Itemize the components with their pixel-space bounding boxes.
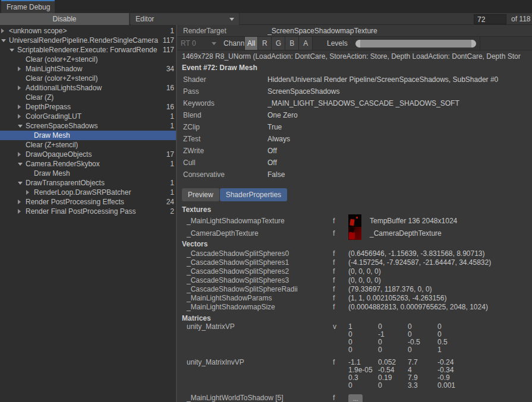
tree-item-label: DepthPrepass xyxy=(26,103,164,111)
levels-min-handle[interactable] xyxy=(355,40,360,48)
matrix-cell: 7.7 xyxy=(408,359,437,366)
texture-preview-cell: TempBuffer 136 2048x1024 xyxy=(348,214,532,227)
channels-row: RT 0 Channels AllRGBA Levels xyxy=(177,36,532,50)
tree-row[interactable]: Draw Mesh xyxy=(0,169,176,178)
chevron-down-icon xyxy=(212,42,216,45)
tree-row[interactable]: RenderLoop.DrawSRPBatcher1 xyxy=(0,188,176,197)
vectors-section-title: Vectors xyxy=(177,239,532,249)
channel-button-r[interactable]: R xyxy=(258,37,272,50)
matrix-cell: 0.5 xyxy=(437,338,473,346)
chevron-right-icon[interactable] xyxy=(18,67,26,71)
frame-number-input[interactable]: 72 xyxy=(474,14,506,24)
tree-item-label: Render PostProcessing Effects xyxy=(26,198,164,206)
chevron-right-icon[interactable] xyxy=(18,105,26,109)
rt-index-dropdown[interactable]: RT 0 xyxy=(181,38,220,49)
tree-row[interactable]: Draw Mesh xyxy=(0,131,176,140)
chevron-down-icon[interactable] xyxy=(18,125,26,128)
vector-row: _CascadeShadowSplitSpheres0f(0.6456946, … xyxy=(177,249,532,258)
chevron-right-icon[interactable] xyxy=(18,152,26,157)
chevron-right-icon[interactable] xyxy=(1,29,9,33)
tree-row[interactable]: Render PostProcessing Effects24 xyxy=(0,197,176,207)
chevron-down-icon xyxy=(229,18,234,21)
property-label: Cull xyxy=(183,159,267,167)
tree-item-label: ScriptableRenderer.Execute: ForwardRende xyxy=(17,46,160,54)
tree-item-label: UniversalRenderPipeline.RenderSingleCame… xyxy=(9,36,160,45)
matrix-cell: 3.3 xyxy=(408,382,437,390)
tree-item-label: Clear (Z) xyxy=(26,93,172,102)
tree-row[interactable]: DrawOpaqueObjects17 xyxy=(0,150,176,159)
target-selector-value: Editor xyxy=(136,15,154,23)
property-value: Off xyxy=(267,159,532,167)
event-count: 117 xyxy=(160,46,176,54)
channel-button-b[interactable]: B xyxy=(285,37,299,50)
tree-row[interactable]: DepthPrepass16 xyxy=(0,102,176,112)
tree-row[interactable]: ColorGradingLUT1 xyxy=(0,112,176,121)
vector-row: _CascadeShadowSplitSpheres1f(-4.157254, … xyxy=(177,258,532,267)
tree-item-label: Render Final PostProcessing Pass xyxy=(26,207,168,216)
tree-row[interactable]: DrawTransparentObjects1 xyxy=(0,178,176,188)
tree-row[interactable]: ScreenSpaceShadows1 xyxy=(0,121,176,131)
texture-thumbnail-icon[interactable] xyxy=(348,227,361,240)
tree-row[interactable]: Clear (color+Z+stencil) xyxy=(0,74,176,83)
expand-matrix-array-button[interactable]: ... xyxy=(348,394,363,402)
texture-preview-cell: _CameraDepthTexture xyxy=(348,227,532,240)
vector-name: _CascadeShadowSplitSphereRadii xyxy=(177,285,333,293)
textures-section-title: Textures xyxy=(177,205,532,214)
vector-name: _CascadeShadowSplitSpheres3 xyxy=(177,276,333,284)
tree-item-label: Clear (color+Z+stencil) xyxy=(26,55,172,64)
tab-frame-debug[interactable]: Frame Debug xyxy=(1,0,55,13)
precision-flag: f xyxy=(333,229,348,238)
chevron-down-icon[interactable] xyxy=(18,163,26,166)
levels-max-handle[interactable] xyxy=(471,40,476,48)
precision-flag: f xyxy=(333,303,348,311)
property-value: Off xyxy=(267,147,532,155)
chevron-down-icon[interactable] xyxy=(18,182,26,185)
chevron-right-icon[interactable] xyxy=(18,209,26,214)
tree-row[interactable]: Camera.RenderSkybox1 xyxy=(0,159,176,169)
tree-row[interactable]: Render Final PostProcessing Pass2 xyxy=(0,207,176,216)
vector-row: _MainLightShadowmapSizef(0.0004882813, 0… xyxy=(177,302,532,311)
property-row: ConservativeFalse xyxy=(177,169,532,181)
precision-flag: f xyxy=(333,276,348,284)
tree-row[interactable]: MainLightShadow34 xyxy=(0,64,176,74)
channel-button-g[interactable]: G xyxy=(272,37,285,50)
tree-row[interactable]: ScriptableRenderer.Execute: ForwardRende… xyxy=(0,45,176,55)
event-property-rows: ShaderHidden/Universal Render Pipeline/S… xyxy=(177,74,532,181)
property-label: ZClip xyxy=(183,123,267,131)
event-count: 1 xyxy=(168,179,176,187)
channel-button-all[interactable]: All xyxy=(244,37,258,50)
tab-preview[interactable]: Preview xyxy=(182,188,219,201)
chevron-right-icon[interactable] xyxy=(26,190,34,195)
chevron-down-icon[interactable] xyxy=(1,39,9,42)
tree-row[interactable]: Clear (Z+stencil) xyxy=(0,140,176,150)
rt-index-value: RT 0 xyxy=(181,39,196,48)
property-value: True xyxy=(267,123,532,131)
tab-shader-properties[interactable]: ShaderProperties xyxy=(220,188,287,201)
tree-item-label: Camera.RenderSkybox xyxy=(26,160,168,168)
tree-row[interactable]: AdditionalLightsShadow16 xyxy=(0,83,176,93)
chevron-right-icon[interactable] xyxy=(18,86,26,90)
levels-range-slider[interactable] xyxy=(355,40,476,48)
frame-number-value: 72 xyxy=(477,15,485,24)
tree-row[interactable]: <unknown scope>1 xyxy=(0,26,176,36)
chevron-down-icon[interactable] xyxy=(10,49,17,52)
matrix-row: unity_MatrixVPv10000-10000-0.50.50001 xyxy=(177,323,532,354)
tree-row[interactable]: Clear (color+Z+stencil) xyxy=(0,55,176,64)
target-selector-dropdown[interactable]: Editor xyxy=(131,13,240,25)
tree-item-label: Clear (color+Z+stencil) xyxy=(26,74,172,83)
channel-button-a[interactable]: A xyxy=(299,37,313,50)
vector-value: (79.33697, 1187.376, 0, 0) xyxy=(348,285,532,293)
chevron-right-icon[interactable] xyxy=(18,200,26,204)
event-count: 16 xyxy=(164,84,176,92)
tree-row[interactable]: Clear (Z) xyxy=(0,93,176,102)
disable-button[interactable]: Disable xyxy=(0,13,130,25)
matrix-values: 10000-10000-0.50.50001 xyxy=(348,323,532,354)
tree-item-label: <unknown scope> xyxy=(9,27,168,35)
chevron-right-icon[interactable] xyxy=(18,114,26,119)
vector-name: _CascadeShadowSplitSpheres0 xyxy=(177,249,333,258)
event-count: 1 xyxy=(168,122,176,130)
tree-row[interactable]: UniversalRenderPipeline.RenderSingleCame… xyxy=(0,36,176,45)
texture-thumbnail-icon[interactable] xyxy=(348,214,361,227)
tab-preview-label: Preview xyxy=(188,191,213,199)
vector-value: (1, 1, 0.002105263, -4.263156) xyxy=(348,294,532,302)
